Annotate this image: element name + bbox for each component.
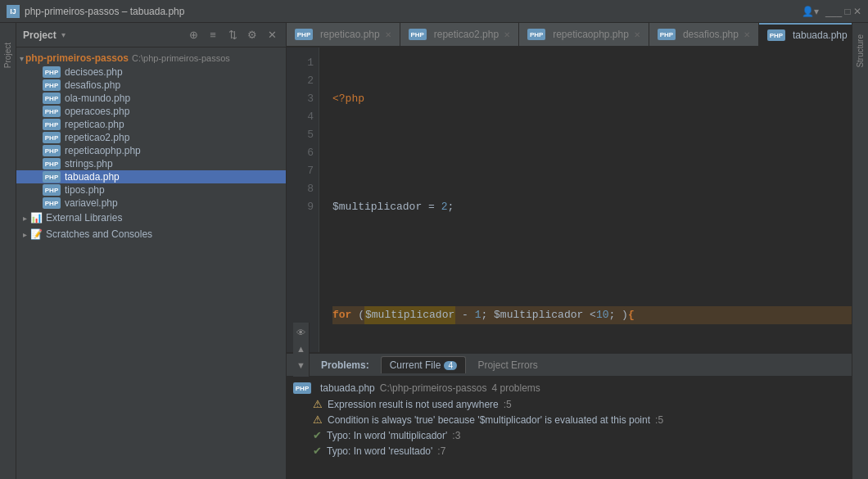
tab-bar: PHP repeticao.php ✕ PHP repeticao2.php ✕… <box>287 23 852 47</box>
tab-tabuada[interactable]: PHP tabuada.php ✕ <box>759 23 852 46</box>
tree-root-folder[interactable]: ▾ php-primeiros-passos C:\php-primeiros-… <box>16 51 286 66</box>
scratch-arrow: ▸ <box>23 230 27 239</box>
close-tab-btn[interactable]: ✕ <box>744 30 750 39</box>
file-name: operacoes.php <box>65 106 129 117</box>
line-num-1: 1 <box>287 54 314 72</box>
problem-loc-3: :3 <box>452 430 460 441</box>
close-tab-btn[interactable]: ✕ <box>504 30 510 39</box>
title-separator: – <box>119 6 129 17</box>
line-num-7: 7 <box>287 162 314 180</box>
close-panel-btn[interactable]: ✕ <box>264 28 279 43</box>
php-badge: PHP <box>43 66 61 78</box>
tab-badge: PHP <box>767 29 785 41</box>
problem-text-2: Condition is always 'true' because '$mul… <box>328 414 650 426</box>
tree-item-operacoes[interactable]: PHP operacoes.php <box>16 105 286 118</box>
file-name: ola-mundo.php <box>65 93 130 104</box>
php-badge: PHP <box>43 158 61 169</box>
scratch-label: Scratches and Consoles <box>46 228 152 240</box>
tab-badge: PHP <box>658 29 676 40</box>
problem-item-4[interactable]: ✔ Typo: In word 'resultado' :7 <box>287 443 852 459</box>
project-label[interactable]: Project <box>3 43 12 68</box>
tree-item-decisoes[interactable]: PHP decisoes.php <box>16 66 286 79</box>
problem-text-4: Typo: In word 'resultado' <box>327 445 432 457</box>
active-file-title: tabuada.php <box>130 6 185 17</box>
tab-label: repeticao2.php <box>434 29 499 40</box>
bottom-panel: 👁 ▲ ▼ ↕ ⟂ Problems: Current File 4 Proje… <box>287 352 852 479</box>
line-num-6: 6 <box>287 144 314 162</box>
ext-lib-icon: 📊 <box>30 212 43 224</box>
tab-desafios[interactable]: PHP desafios.php ✕ <box>649 23 759 46</box>
tab-label: tabuada.php <box>793 29 848 41</box>
tree-root-arrow: ▾ <box>20 54 24 63</box>
project-name: php-primeiros-passos <box>25 6 119 17</box>
file-name: repeticao.php <box>65 119 124 130</box>
code-line-3: $multiplicador = 2; <box>332 198 852 216</box>
tree-item-repeticao2[interactable]: PHP repeticao2.php <box>16 131 286 144</box>
up-icon[interactable]: ▲ <box>295 342 308 355</box>
problem-item-3[interactable]: ✔ Typo: In word 'multiplicador' :3 <box>287 427 852 443</box>
ext-lib-label: External Libraries <box>46 212 122 224</box>
problem-loc-4: :7 <box>437 445 445 457</box>
tree-item-strings[interactable]: PHP strings.php <box>16 157 286 170</box>
problem-loc-2: :5 <box>655 414 663 426</box>
editor-area: PHP repeticao.php ✕ PHP repeticao2.php ✕… <box>287 23 852 479</box>
problem-file-badge: PHP <box>293 382 311 394</box>
tab-repeticao[interactable]: PHP repeticao.php ✕ <box>287 23 400 46</box>
tab-repeticaophp[interactable]: PHP repeticaophp.php ✕ <box>519 23 649 46</box>
tab-badge: PHP <box>409 29 427 40</box>
tab-current-file[interactable]: Current File 4 <box>381 356 467 373</box>
structure-strip: Structure <box>852 23 868 479</box>
collapse-all-btn[interactable]: ≡ <box>206 28 220 43</box>
problem-item-2[interactable]: ⚠ Condition is always 'true' because '$m… <box>287 412 852 427</box>
file-name: repeticaophp.php <box>65 145 141 156</box>
structure-label[interactable]: Structure <box>856 34 865 68</box>
current-file-badge: 4 <box>444 361 457 370</box>
php-badge: PHP <box>43 79 61 91</box>
tree-scratches[interactable]: ▸ 📝 Scratches and Consoles <box>16 226 286 242</box>
title-bar-right: 👤▾ ___ □ ✕ <box>802 6 861 17</box>
file-name: tabuada.php <box>65 171 120 183</box>
tree-item-repeticaophp[interactable]: PHP repeticaophp.php <box>16 144 286 157</box>
down-icon[interactable]: ▼ <box>295 359 308 372</box>
code-container: 1 2 3 4 5 6 7 8 9 <?php $multiplicador =… <box>287 47 852 352</box>
left-nav-strip: Project <box>0 23 16 479</box>
php-badge: PHP <box>43 171 61 183</box>
user-icon[interactable]: 👤▾ <box>802 6 819 17</box>
tree-item-desafios[interactable]: PHP desafios.php <box>16 79 286 92</box>
app-icon: IJ <box>7 5 20 18</box>
ok-icon: ✔ <box>313 429 322 441</box>
settings-btn[interactable]: ⚙ <box>245 28 260 43</box>
tab-label: desafios.php <box>683 29 739 40</box>
locate-file-btn[interactable]: ⊕ <box>186 28 201 43</box>
problem-loc-1: :5 <box>504 399 512 410</box>
file-name: repeticao2.php <box>65 132 129 143</box>
scratch-icon: 📝 <box>30 228 43 240</box>
close-tab-btn[interactable]: ✕ <box>385 30 391 39</box>
root-folder-path: C:\php-primeiros-passos <box>132 53 230 63</box>
line-num-2: 2 <box>287 72 314 90</box>
php-badge: PHP <box>43 197 61 209</box>
line-num-3: 3 <box>287 90 314 108</box>
problem-item-1[interactable]: ⚠ Expression result is not used anywhere… <box>287 396 852 412</box>
code-line-4 <box>332 252 852 270</box>
sort-btn[interactable]: ⇅ <box>225 28 240 43</box>
root-folder-name: php-primeiros-passos <box>25 52 129 64</box>
tab-project-errors[interactable]: Project Errors <box>469 357 545 373</box>
eye-icon[interactable]: 👁 <box>295 326 308 339</box>
code-editor[interactable]: <?php $multiplicador = 2; for ($multipli… <box>319 47 852 352</box>
problem-text-1: Expression result is not used anywhere <box>328 399 499 410</box>
tree-item-variavel[interactable]: PHP variavel.php <box>16 197 286 210</box>
line-num-9: 9 <box>287 198 314 216</box>
tree-item-tabuada[interactable]: PHP tabuada.php <box>16 170 286 183</box>
close-tab-btn[interactable]: ✕ <box>634 30 640 39</box>
project-toolbar: Project ▾ ⊕ ≡ ⇅ ⚙ ✕ <box>16 23 286 47</box>
php-badge: PHP <box>43 132 61 143</box>
problem-text-3: Typo: In word 'multiplicador' <box>327 430 447 441</box>
problem-file-name: tabuada.php <box>320 382 375 394</box>
ext-arrow: ▸ <box>23 214 27 223</box>
tree-item-repeticao[interactable]: PHP repeticao.php <box>16 118 286 131</box>
tree-item-tipos[interactable]: PHP tipos.php <box>16 183 286 197</box>
tree-item-olamundo[interactable]: PHP ola-mundo.php <box>16 92 286 105</box>
tree-external-libraries[interactable]: ▸ 📊 External Libraries <box>16 210 286 226</box>
tab-repeticao2[interactable]: PHP repeticao2.php ✕ <box>400 23 519 46</box>
